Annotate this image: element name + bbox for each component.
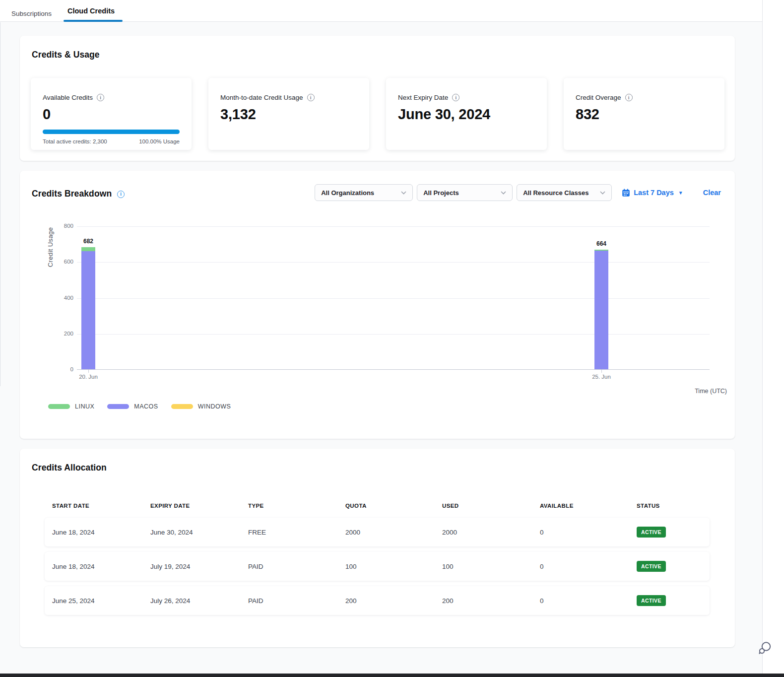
- info-icon[interactable]: i: [97, 94, 104, 101]
- mtd-usage-label-row: Month-to-date Credit Usage i: [220, 94, 357, 101]
- chart-legend: LINUXMACOSWINDOWS: [48, 403, 231, 410]
- chat-help-button[interactable]: [756, 640, 773, 657]
- y-tick-label: 800: [52, 223, 73, 229]
- tab-bar: Subscriptions Cloud Credits: [0, 0, 762, 22]
- info-icon[interactable]: i: [117, 191, 125, 198]
- bar-total-label: 664: [596, 240, 606, 247]
- legend-swatch: [107, 404, 129, 409]
- column-header: AVAILABLE: [532, 503, 629, 509]
- mtd-usage-card: Month-to-date Credit Usage i 3,132: [208, 78, 369, 150]
- available-credits-label: Available Credits: [43, 94, 93, 101]
- x-tick: [601, 370, 602, 373]
- legend-swatch: [171, 404, 193, 409]
- table-cell: 2000: [338, 529, 435, 536]
- credit-overage-card: Credit Overage i 832: [564, 78, 724, 150]
- column-header: QUOTA: [338, 503, 435, 509]
- left-edge-divider: [0, 22, 0, 386]
- table-cell: July 26, 2024: [143, 597, 241, 605]
- table-cell: 0: [532, 529, 629, 536]
- x-axis-title: Time (UTC): [695, 388, 727, 395]
- table-cell: 100: [435, 563, 532, 570]
- legend-label: WINDOWS: [198, 403, 231, 410]
- right-gutter: [763, 0, 784, 677]
- credits-breakdown-title: Credits Breakdown i: [32, 189, 125, 199]
- legend-item-linux[interactable]: LINUX: [48, 403, 94, 410]
- credits-breakdown-title-text: Credits Breakdown: [32, 189, 112, 199]
- credits-allocation-table: START DATEEXPIRY DATETYPEQUOTAUSEDAVAILA…: [45, 503, 710, 620]
- table-cell: PAID: [241, 563, 338, 570]
- chevron-down-icon: [501, 191, 506, 195]
- credit-overage-label-row: Credit Overage i: [576, 94, 713, 101]
- credit-overage-label: Credit Overage: [576, 94, 621, 101]
- legend-item-macos[interactable]: MACOS: [107, 403, 158, 410]
- projects-select[interactable]: All Projects: [417, 184, 513, 201]
- next-expiry-card: Next Expiry Date i June 30, 2024: [386, 78, 547, 150]
- column-header: USED: [435, 503, 532, 509]
- table-cell: PAID: [241, 597, 338, 605]
- column-header: START DATE: [45, 503, 143, 509]
- column-header: TYPE: [241, 503, 338, 509]
- table-row[interactable]: June 18, 2024July 19, 2024PAID1001000ACT…: [45, 552, 710, 581]
- credit-usage-chart: 68220. Jun66425. Jun: [77, 226, 710, 370]
- legend-swatch: [48, 404, 70, 409]
- legend-item-windows[interactable]: WINDOWS: [171, 403, 231, 410]
- y-tick-label: 600: [52, 259, 73, 265]
- gridline: [77, 298, 710, 299]
- table-cell: 0: [532, 563, 629, 570]
- table-cell-status: ACTIVE: [629, 527, 710, 538]
- table-header-row: START DATEEXPIRY DATETYPEQUOTAUSEDAVAILA…: [45, 503, 710, 509]
- info-icon[interactable]: i: [625, 94, 633, 101]
- status-badge: ACTIVE: [637, 595, 666, 606]
- usage-progress-bar: [43, 130, 180, 134]
- table-cell: June 30, 2024: [143, 529, 241, 536]
- legend-label: MACOS: [134, 403, 158, 410]
- next-expiry-value: June 30, 2024: [398, 106, 535, 123]
- projects-select-value: All Projects: [423, 189, 459, 197]
- bottom-window-bar: [0, 674, 784, 677]
- bar-segment-linux[interactable]: [81, 247, 95, 251]
- gridline: [77, 226, 710, 227]
- mtd-usage-label: Month-to-date Credit Usage: [220, 94, 303, 101]
- gridline: [77, 262, 710, 263]
- credit-overage-value: 832: [576, 106, 713, 123]
- bar-segment-macos[interactable]: [594, 251, 608, 369]
- available-credits-label-row: Available Credits i: [43, 94, 180, 101]
- table-row[interactable]: June 25, 2024July 26, 2024PAID2002000ACT…: [45, 586, 710, 615]
- y-tick-label: 400: [52, 295, 73, 301]
- info-icon[interactable]: i: [307, 94, 315, 101]
- caret-down-icon: ▼: [678, 190, 683, 196]
- x-tick-label: 20. Jun: [79, 374, 98, 380]
- available-credits-value: 0: [43, 106, 180, 123]
- table-cell-status: ACTIVE: [629, 595, 710, 606]
- column-header: STATUS: [629, 503, 710, 509]
- organizations-select[interactable]: All Organizations: [315, 184, 413, 201]
- table-cell: June 18, 2024: [45, 529, 143, 536]
- legend-label: LINUX: [75, 403, 94, 410]
- table-cell: 0: [532, 597, 629, 605]
- tab-subscriptions[interactable]: Subscriptions: [11, 10, 52, 17]
- cloud-credits-page: Subscriptions Cloud Credits Credits & Us…: [0, 0, 763, 677]
- date-range-picker[interactable]: Last 7 Days ▼: [622, 189, 683, 197]
- metric-card-row: Available Credits i 0 Total active credi…: [31, 78, 724, 150]
- date-range-value: Last 7 Days: [634, 189, 674, 197]
- info-icon[interactable]: i: [452, 94, 459, 101]
- table-row[interactable]: June 18, 2024June 30, 2024FREE200020000A…: [45, 518, 710, 546]
- x-tick-label: 25. Jun: [592, 374, 611, 380]
- available-credits-card: Available Credits i 0 Total active credi…: [31, 78, 192, 150]
- credits-breakdown-section: Credits Breakdown i All Organizations Al…: [20, 171, 735, 439]
- clear-filters-button[interactable]: Clear: [703, 189, 721, 197]
- table-cell: 100: [338, 563, 435, 570]
- credits-usage-section: Credits & Usage Available Credits i 0 To…: [20, 36, 735, 161]
- usage-percent: 100.00% Usage: [139, 138, 180, 144]
- credits-usage-title: Credits & Usage: [32, 50, 100, 60]
- bar-segment-macos[interactable]: [81, 251, 95, 369]
- status-badge: ACTIVE: [637, 527, 666, 538]
- status-badge: ACTIVE: [637, 561, 666, 572]
- column-header: EXPIRY DATE: [143, 503, 241, 509]
- x-tick: [88, 370, 89, 373]
- bar-segment-linux[interactable]: [594, 250, 608, 251]
- resource-classes-select[interactable]: All Resource Classes: [517, 184, 612, 201]
- tab-cloud-credits[interactable]: Cloud Credits: [67, 7, 115, 15]
- table-cell: July 19, 2024: [143, 563, 241, 570]
- next-expiry-label: Next Expiry Date: [398, 94, 448, 101]
